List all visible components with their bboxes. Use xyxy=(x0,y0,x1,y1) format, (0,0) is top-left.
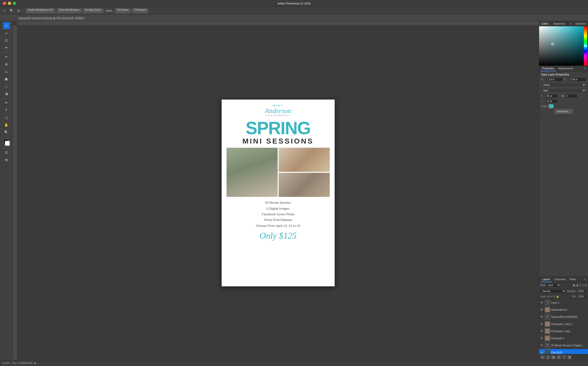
eyedropper-tool-icon[interactable]: ✒ xyxy=(3,44,10,51)
properties-tab[interactable]: Properties xyxy=(540,66,556,71)
swatches-tab[interactable]: Swatches xyxy=(551,21,568,26)
lock-pixels-icon[interactable]: ✏ xyxy=(550,295,552,298)
move-tool-icon[interactable]: ↖ xyxy=(2,8,7,14)
zoom-tool-icon[interactable]: 🔍 xyxy=(3,129,10,136)
fill-screen-button[interactable]: Fill Screen xyxy=(132,8,148,13)
type-tool-icon[interactable]: T xyxy=(3,107,10,114)
spectrum-cursor[interactable] xyxy=(551,43,554,45)
channels-tab[interactable]: Channels xyxy=(552,277,567,282)
screen-mode-2-icon[interactable]: ⊞ xyxy=(3,156,10,163)
layer-visibility-icon[interactable]: 👁 xyxy=(540,330,544,333)
blend-mode-dropdown[interactable]: Normal xyxy=(540,289,566,293)
paths-tab[interactable]: Paths xyxy=(568,277,578,282)
pen-tool-icon[interactable]: ✒ xyxy=(3,99,10,106)
leading-input[interactable] xyxy=(545,99,558,103)
layer-item[interactable]: 👁 T 20 Minute Session 5 Digital Images .… xyxy=(539,342,588,349)
brush-tool-icon[interactable]: ✏ xyxy=(3,53,10,60)
libraries-tab[interactable]: Libraries xyxy=(573,21,588,26)
x-input[interactable] xyxy=(546,77,563,82)
layer-item[interactable]: 👁 ⊡ MaryAnderson xyxy=(539,306,588,313)
filter-toggle-icon[interactable]: ⊕ xyxy=(585,284,587,287)
blur-tool-icon[interactable]: ◌ xyxy=(3,83,10,90)
dodge-tool-icon[interactable]: ◑ xyxy=(3,90,10,97)
shape-tool-icon[interactable]: ◻ xyxy=(3,114,10,121)
gradient-tool-icon[interactable]: ▣ xyxy=(3,75,10,82)
y-input[interactable] xyxy=(569,77,586,82)
maximize-button[interactable] xyxy=(13,2,16,5)
hue-bar[interactable] xyxy=(584,26,587,66)
fx-button[interactable]: fx xyxy=(540,355,545,359)
title-bar: Adobe Photoshop CC 2018 xyxy=(0,0,588,7)
filter-pixel-icon[interactable]: ▣ xyxy=(573,284,575,287)
color-picker-area[interactable] xyxy=(539,26,588,66)
minimize-button[interactable] xyxy=(8,2,11,5)
advanced-button[interactable]: Advanced... xyxy=(554,109,573,114)
color-swatch[interactable] xyxy=(3,139,10,146)
properties-menu-icon[interactable]: ≡ xyxy=(583,66,587,71)
layers-tab[interactable]: Layers xyxy=(540,277,552,282)
background-color[interactable] xyxy=(5,141,10,146)
layer-visibility-icon[interactable]: 👁 xyxy=(540,322,544,325)
layer-item[interactable]: 👁 ⊡ Rectangle 1 copy 2 xyxy=(539,321,588,328)
tracking-input[interactable] xyxy=(565,94,577,98)
mask-button[interactable]: ◻ xyxy=(546,355,550,359)
screen-mode-icon[interactable]: ⊡ xyxy=(3,149,10,156)
filter-dropdown[interactable]: Kind xyxy=(546,283,561,287)
lock-all-icon[interactable]: 🔒 xyxy=(556,295,559,298)
filter-shape-icon[interactable]: ◻ xyxy=(582,284,584,287)
close-button[interactable] xyxy=(3,2,6,5)
font-style-dropdown[interactable]: Italic xyxy=(541,88,586,93)
zoom-all-button[interactable]: Zoom All Windows xyxy=(57,8,81,13)
layer-thumbnail: T xyxy=(545,300,550,305)
color-label: Color: xyxy=(541,105,548,108)
lock-transparent-icon[interactable]: ⊞ xyxy=(547,295,549,298)
layer-visibility-icon[interactable]: 👁 xyxy=(540,308,544,311)
fit-screen-button[interactable]: Fit Screen xyxy=(115,8,131,13)
color-panel-menu[interactable]: ≡ xyxy=(568,21,573,26)
fill-input[interactable] xyxy=(577,295,587,298)
eraser-tool-icon[interactable]: ◻ xyxy=(3,68,10,75)
layer-visibility-icon[interactable]: 👁 xyxy=(540,315,544,318)
adjustment-button[interactable]: ◑ xyxy=(551,355,556,359)
layers-menu-icon[interactable]: ≡ xyxy=(583,277,587,282)
document-canvas: MARY Anderson PHOTOGRAPHY SPRING MINI SE… xyxy=(222,100,335,286)
lock-position-icon[interactable]: ✛ xyxy=(553,295,555,298)
selection-tool-icon[interactable]: ⊹ xyxy=(3,22,10,29)
layer-visibility-icon[interactable]: 👁 xyxy=(540,351,544,354)
opacity-input[interactable] xyxy=(577,289,587,293)
adjustments-tab[interactable]: Adjustments xyxy=(556,66,575,71)
hand-tool-icon[interactable]: ✋ xyxy=(3,121,10,128)
crop-tool-icon[interactable]: ⊡ xyxy=(3,37,10,44)
search-icon[interactable]: 🔍 xyxy=(9,8,14,14)
main-layout: ⊹ ⌾ ⊡ ✒ ✏ ⊕ ◻ ▣ ◌ ◑ ✒ T ◻ ✋ 🔍 ⊡ ⊞ xyxy=(0,21,588,360)
document-tab[interactable]: Spring-Mini-Session-Email.psd @ 79% (Onl… xyxy=(16,15,88,21)
filter-adjustment-icon[interactable]: ◑ xyxy=(576,284,578,287)
scrubby-zoom-button[interactable]: Scrubby Zoom xyxy=(83,8,103,13)
resize-windows-button[interactable]: Resize Windows to Fit: xyxy=(26,8,55,13)
zoom-icon[interactable]: ⊕ xyxy=(16,8,21,14)
layer-visibility-icon[interactable]: 👁 xyxy=(540,337,544,340)
type-color-swatch[interactable] xyxy=(549,104,554,108)
layer-item[interactable]: 👁 ⊡ Rectangle 1 xyxy=(539,335,588,342)
lasso-tool-icon[interactable]: ⌾ xyxy=(3,29,10,36)
poster-spring-headline: SPRING xyxy=(245,119,310,137)
font-size-input[interactable] xyxy=(545,94,558,98)
layer-item[interactable]: 👁 T Spring MINI SESSIONS xyxy=(539,313,588,321)
canvas-area[interactable]: MARY Anderson PHOTOGRAPHY SPRING MINI SE… xyxy=(17,26,539,360)
layer-visibility-icon[interactable]: 👁 xyxy=(540,301,544,304)
delete-layer-button[interactable]: 🗑 xyxy=(567,355,572,359)
clone-tool-icon[interactable]: ⊕ xyxy=(3,61,10,68)
layer-item[interactable]: 👁 ⊡ Rectangle 1 copy xyxy=(539,328,588,335)
group-button[interactable]: ⊡ xyxy=(557,355,561,359)
new-layer-button[interactable]: + xyxy=(562,355,566,359)
layer-item[interactable]: 👁 T Layer 1 xyxy=(539,299,588,306)
arrow-icon: ▶ xyxy=(34,362,36,365)
hue-cursor[interactable] xyxy=(584,45,587,46)
filter-type-icon[interactable]: T xyxy=(579,284,581,287)
color-picker-gradient[interactable] xyxy=(539,26,584,66)
layer-visibility-icon[interactable]: 👁 xyxy=(540,344,544,347)
detail-5: Choose From April 13, 14 or 15 xyxy=(256,223,300,229)
font-family-dropdown[interactable]: Arimo xyxy=(541,83,586,87)
layer-item[interactable]: 👁 T Only $125 xyxy=(539,349,588,354)
color-tab[interactable]: Color xyxy=(539,21,551,26)
